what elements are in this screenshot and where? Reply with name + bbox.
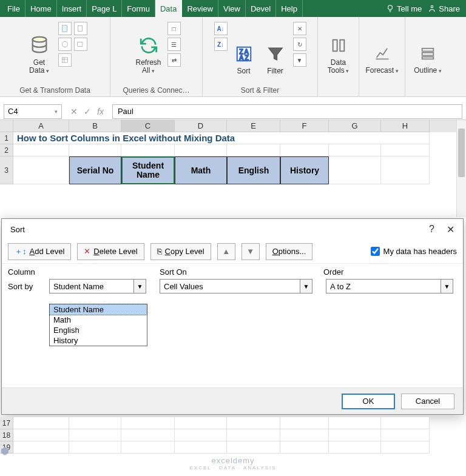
row-header[interactable]: 18 [0, 429, 13, 441]
cell[interactable] [381, 144, 430, 156]
cancel-button[interactable]: Cancel [401, 394, 454, 409]
table-header-cell[interactable]: English [227, 156, 280, 184]
forecast-button[interactable]: Forecast [363, 18, 402, 76]
cell[interactable] [227, 429, 280, 441]
column-header[interactable]: H [381, 120, 430, 132]
table-header-cell[interactable]: Math [175, 156, 227, 184]
tab-file[interactable]: File [2, 0, 25, 17]
tab-formulas[interactable]: Formu [122, 0, 155, 17]
dropdown-option[interactable]: Student Name [50, 304, 147, 315]
cell[interactable] [280, 417, 329, 429]
column-header[interactable]: C [121, 120, 175, 132]
cell[interactable] [121, 417, 175, 429]
column-header[interactable]: B [69, 120, 121, 132]
table-header-cell[interactable]: Student Name [121, 156, 175, 184]
row-header[interactable]: 17 [0, 417, 13, 429]
options-button[interactable]: Options... [266, 243, 313, 260]
dropdown-option[interactable]: English [50, 325, 147, 335]
properties-button[interactable]: ☰ [167, 38, 181, 51]
cell[interactable] [329, 429, 381, 441]
cell[interactable] [329, 417, 381, 429]
help-icon[interactable]: ? [429, 224, 434, 235]
move-up-button[interactable]: ▲ [217, 243, 235, 260]
cell[interactable] [69, 417, 121, 429]
tell-me[interactable]: Tell me [386, 4, 422, 13]
column-header[interactable]: D [175, 120, 227, 132]
chevron-down-icon[interactable]: ▼ [133, 280, 146, 293]
sorton-combo[interactable]: Cell Values ▼ [160, 279, 312, 293]
cell[interactable] [329, 156, 381, 184]
cell[interactable] [69, 429, 121, 441]
sort-button[interactable]: Z AA Z Sort [230, 18, 258, 76]
tab-devel[interactable]: Devel [246, 0, 276, 17]
cell[interactable] [13, 156, 69, 184]
cell[interactable] [69, 144, 121, 156]
sort-desc-button[interactable]: Z↓ [214, 38, 228, 51]
table-header-cell[interactable]: History [280, 156, 329, 184]
tab-help[interactable]: Help [276, 0, 303, 17]
table-header-cell[interactable]: Serial No [69, 156, 121, 184]
tab-page[interactable]: Page L [87, 0, 122, 17]
column-header[interactable]: G [329, 120, 381, 132]
tab-insert[interactable]: Insert [57, 0, 87, 17]
existing-conn-button[interactable] [74, 38, 87, 51]
row-header[interactable]: 1 [0, 132, 13, 144]
move-down-button[interactable]: ▼ [241, 243, 260, 260]
refresh-all-button[interactable]: Refresh All [132, 18, 165, 76]
reapply-button[interactable]: ↻ [293, 38, 306, 51]
close-icon[interactable]: ✕ [447, 224, 454, 235]
vertical-scrollbar[interactable] [456, 120, 466, 217]
add-level-button[interactable]: ＋↕Add Level [8, 243, 71, 260]
cell[interactable] [280, 144, 329, 156]
order-combo[interactable]: A to Z ▼ [326, 279, 453, 293]
cell[interactable] [175, 417, 227, 429]
recent-sources-button[interactable] [74, 22, 87, 35]
headers-check[interactable] [371, 247, 380, 256]
tab-review[interactable]: Review [182, 0, 218, 17]
tab-home[interactable]: Home [25, 0, 57, 17]
tab-view[interactable]: View [218, 0, 246, 17]
queries-button[interactable]: □ [167, 22, 181, 35]
cell[interactable] [121, 429, 175, 441]
row-header[interactable]: 2 [0, 144, 13, 156]
dropdown-option[interactable]: History [50, 335, 147, 346]
name-box[interactable]: C4 [4, 104, 62, 119]
column-header[interactable]: F [280, 120, 329, 132]
cell[interactable] [175, 429, 227, 441]
edit-links-button[interactable]: ⇄ [167, 53, 181, 67]
ok-button[interactable]: OK [342, 394, 395, 409]
cell[interactable] [280, 429, 329, 441]
from-table-button[interactable] [58, 53, 72, 67]
cell[interactable] [227, 417, 280, 429]
formula-input[interactable]: Paul [112, 104, 462, 119]
outline-button[interactable]: Outline [409, 18, 447, 76]
data-tools-button[interactable]: Data Tools [322, 18, 356, 76]
fx-icon[interactable]: fx [97, 107, 104, 116]
enter-icon[interactable]: ✓ [84, 107, 91, 116]
sortby-combo[interactable]: Student Name ▼ [49, 279, 146, 293]
sort-asc-button[interactable]: A↓ [214, 22, 228, 35]
from-web-button[interactable] [58, 38, 72, 51]
chevron-down-icon[interactable]: ▼ [441, 280, 453, 293]
cell[interactable] [329, 144, 381, 156]
column-header[interactable]: E [227, 120, 280, 132]
cancel-icon[interactable]: ✕ [70, 107, 78, 116]
delete-level-button[interactable]: ✕Delete Level [77, 243, 144, 260]
cell[interactable] [227, 144, 280, 156]
cell[interactable] [175, 144, 227, 156]
column-header[interactable]: A [13, 120, 69, 132]
share-button[interactable]: Share [428, 4, 460, 13]
cell[interactable] [381, 429, 430, 441]
tab-data[interactable]: Data [155, 0, 182, 17]
advanced-filter-button[interactable]: ▼ [293, 53, 306, 67]
clear-filter-button[interactable]: ✕ [293, 22, 306, 35]
copy-level-button[interactable]: ⎘Copy Level [150, 243, 211, 260]
get-data-button[interactable]: Get Data [23, 18, 56, 76]
from-text-button[interactable] [58, 22, 72, 35]
cell[interactable] [381, 417, 430, 429]
cell[interactable] [381, 156, 430, 184]
filter-button[interactable]: Filter [260, 18, 291, 76]
row-header[interactable]: 3 [0, 156, 13, 184]
select-all-corner[interactable] [0, 120, 13, 132]
my-data-headers-checkbox[interactable]: My data has headers [371, 247, 457, 256]
